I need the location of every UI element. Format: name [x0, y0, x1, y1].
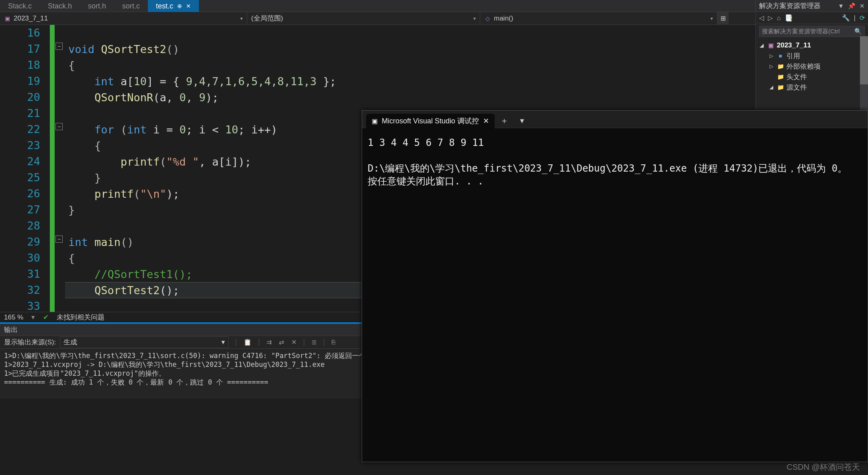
navigation-scope-bar: ▣ 2023_7_11 ▾ (全局范围) ▾ ◇ main() ▾ ⊞ — [0, 12, 868, 25]
output-clear-icon[interactable]: ✕ — [291, 338, 297, 346]
pin-icon[interactable]: ⊕ — [177, 0, 182, 12]
forward-icon[interactable]: ▷ — [768, 14, 773, 22]
back-icon[interactable]: ◁ — [759, 14, 764, 22]
fold-toggle[interactable]: − — [55, 123, 63, 130]
chevron-down-icon: ▾ — [221, 338, 225, 346]
split-editor-button[interactable]: ⊞ — [717, 12, 729, 25]
solution-search-input[interactable]: 搜索解决方案资源管理器(Ctrl 🔍 — [759, 26, 865, 37]
debug-console-window: ▣ Microsoft Visual Studio 调试控 ✕ ＋ ▾ 1 3 … — [362, 110, 868, 462]
solution-explorer-title: 解决方案资源管理器 — [759, 1, 821, 10]
references-node[interactable]: ▷ ■ 引用 — [758, 51, 866, 61]
caret-down-icon: ◢ — [770, 84, 774, 90]
fold-toggle[interactable]: − — [55, 235, 63, 243]
global-scope-dropdown[interactable]: (全局范围) ▾ — [247, 12, 480, 25]
terminal-tab-title: Microsoft Visual Studio 调试控 — [382, 116, 479, 126]
tab-stack-c[interactable]: Stack.c — [0, 0, 40, 12]
references-label: 引用 — [786, 51, 800, 61]
project-label: 2023_7_11 — [777, 41, 811, 49]
output-source-value: 生成 — [63, 338, 77, 347]
function-scope-dropdown[interactable]: ◇ main() ▾ — [480, 12, 717, 25]
fold-column: − − − — [55, 25, 65, 312]
project-scope-dropdown[interactable]: ▣ 2023_7_11 ▾ — [0, 12, 247, 25]
global-scope-label: (全局范围) — [251, 14, 283, 23]
sync-icon[interactable]: 📑 — [785, 14, 793, 22]
output-source-dropdown[interactable]: 生成 ▾ — [60, 336, 229, 348]
file-tab-bar: Stack.c Stack.h sort.h sort.c test.c ⊕ ✕… — [0, 0, 868, 12]
tab-sort-c[interactable]: sort.c — [114, 0, 148, 12]
new-tab-button[interactable]: ＋ — [496, 113, 512, 128]
close-icon[interactable]: ✕ — [860, 2, 865, 10]
vs-icon: ▣ — [372, 117, 378, 125]
dropdown-icon[interactable]: ▼ — [838, 2, 844, 10]
tab-stack-h[interactable]: Stack.h — [40, 0, 80, 12]
tab-dropdown-button[interactable]: ▾ — [514, 113, 530, 128]
headers-node[interactable]: ▷ 📁 头文件 — [758, 72, 866, 82]
output-wrap-icon[interactable]: ≣ — [311, 338, 317, 346]
method-icon: ◇ — [484, 15, 491, 22]
tab-sort-h[interactable]: sort.h — [80, 0, 114, 12]
tab-test-c[interactable]: test.c ⊕ ✕ — [148, 0, 199, 12]
headers-label: 头文件 — [786, 72, 807, 82]
pin-icon[interactable]: 📌 — [848, 2, 856, 10]
folder-icon: 📁 — [777, 84, 784, 90]
references-icon: ■ — [777, 53, 784, 59]
home-icon[interactable]: ⌂ — [777, 14, 781, 22]
sources-node[interactable]: ◢ 📁 源文件 — [758, 82, 866, 92]
search-icon: 🔍 — [854, 28, 862, 35]
terminal-output[interactable]: 1 3 4 4 5 6 7 8 9 11 D:\编程\我的\学习\the_fir… — [362, 128, 868, 462]
separator: | — [854, 14, 856, 22]
output-tool-icon[interactable]: ⇉ — [266, 338, 272, 346]
solution-tree[interactable]: ◢ ▣ 2023_7_11 ▷ ■ 引用 ▷ 📁 外部依赖项 ▷ 📁 头文件 ◢… — [756, 39, 868, 94]
search-placeholder: 搜索解决方案资源管理器(Ctrl — [762, 28, 839, 35]
caret-down-icon: ◢ — [760, 43, 765, 48]
project-icon: ▣ — [4, 15, 10, 22]
chevron-down-icon: ▾ — [473, 16, 476, 21]
fold-toggle[interactable]: − — [55, 43, 63, 50]
refresh-icon[interactable]: ⟳ — [860, 14, 865, 22]
zoom-level[interactable]: 165 % — [4, 313, 23, 321]
chevron-down-icon: ▾ — [710, 16, 713, 21]
close-icon[interactable]: ✕ — [186, 0, 191, 12]
caret-right-icon: ▷ — [770, 53, 774, 59]
output-tool-icon[interactable]: ⎘ — [332, 339, 336, 346]
project-icon: ▣ — [767, 42, 774, 49]
wrench-icon[interactable]: 🔧 — [842, 14, 850, 22]
function-scope-label: main() — [494, 14, 513, 23]
output-source-label: 显示输出来源(S): — [4, 338, 56, 347]
change-margin — [50, 25, 55, 312]
project-node[interactable]: ◢ ▣ 2023_7_11 — [758, 40, 866, 51]
watermark: CSDN @杯酒问苍天 — [786, 462, 860, 473]
external-deps-node[interactable]: ▷ 📁 外部依赖项 — [758, 61, 866, 72]
folder-icon: 📁 — [777, 63, 784, 70]
output-tool-icon[interactable]: ⇄ — [279, 338, 284, 346]
output-tool-icon[interactable]: 📋 — [244, 338, 252, 346]
external-deps-label: 外部依赖项 — [786, 62, 821, 71]
issues-label: 未找到相关问题 — [57, 313, 104, 322]
chevron-down-icon: ▾ — [240, 16, 243, 21]
terminal-tab[interactable]: ▣ Microsoft Visual Studio 调试控 ✕ — [366, 114, 495, 128]
sources-label: 源文件 — [786, 83, 807, 92]
folder-icon: 📁 — [777, 74, 784, 80]
caret-right-icon: ▷ — [770, 63, 774, 69]
check-icon: ✔ — [43, 313, 49, 321]
line-number-gutter: 1617181920212223242526272829303132333435 — [0, 25, 50, 312]
project-scope-label: 2023_7_11 — [14, 14, 48, 23]
close-icon[interactable]: ✕ — [483, 117, 489, 125]
tab-label: test.c — [156, 0, 173, 12]
